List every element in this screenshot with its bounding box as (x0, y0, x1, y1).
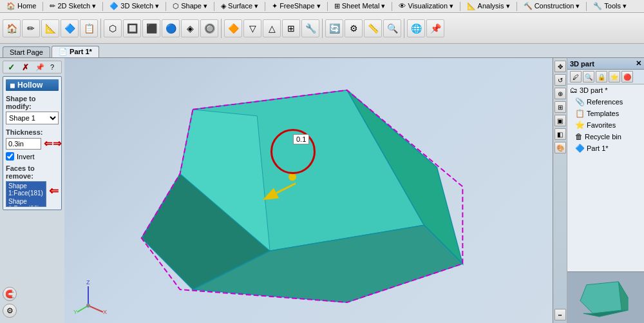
rp-btn-flag[interactable]: 🔴 (621, 71, 633, 83)
menu-sep-4 (214, 2, 214, 11)
tb-btn-3[interactable]: 📐 (41, 19, 59, 37)
tb-btn-19[interactable]: 📏 (364, 19, 382, 37)
cancel-button[interactable]: ✗ (19, 61, 32, 73)
menu-sep-7 (392, 2, 392, 11)
tree-item-favorites[interactable]: ⭐ Favorites (567, 119, 644, 131)
tb-btn-20[interactable]: 🔍 (383, 19, 401, 37)
tb-btn-9[interactable]: 🔵 (162, 19, 180, 37)
tb-btn-6[interactable]: ⬡ (104, 19, 122, 37)
tb-btn-14[interactable]: △ (263, 19, 281, 37)
tree-container: 🗂 3D part * 📎 References 📋 Templates ⭐ F… (567, 84, 644, 154)
tree-icon-favorites: ⭐ (575, 121, 585, 130)
tb-btn-10[interactable]: ◈ (181, 19, 199, 37)
3d-shape (64, 58, 553, 322)
main-toolbar: 🏠 ✏ 📐 🔷 📋 ⬡ 🔲 ⬛ 🔵 ◈ 🔘 🔶 ▽ △ ⊞ 🔧 🔄 ⚙ 📏 🔍 … (0, 13, 644, 44)
hollow-icon: ◼ (10, 82, 15, 89)
rs-btn-view2[interactable]: ◧ (554, 128, 566, 140)
main-content: ✓ ✗ 📌 ? ◼ Hollow Shape to modify: Shape … (0, 58, 644, 323)
tb-btn-13[interactable]: ▽ (243, 19, 261, 37)
right-arrow-icon: ⇒ (53, 137, 61, 150)
rp-btn-star[interactable]: ⭐ (609, 71, 620, 83)
rs-btn-move[interactable]: ✥ (554, 61, 566, 72)
menu-sep-5 (265, 2, 265, 11)
menu-surface[interactable]: ◈ Surface ▾ (217, 1, 262, 11)
thickness-label: Thickness: (6, 128, 59, 136)
right-panel: 3D part ✕ 🖊 🔍 🔒 ⭐ 🔴 🗂 3D part * 📎 Refere… (567, 58, 644, 323)
rs-btn-view1[interactable]: ▣ (554, 115, 566, 126)
shape-select[interactable]: Shape 1 (6, 112, 59, 124)
faces-list[interactable]: Shape 1:Face(181) Shape 1:Face(86) (6, 181, 46, 207)
rs-btn-rotate[interactable]: ↺ (554, 74, 566, 86)
settings-icon-btn[interactable]: ⚙ (3, 304, 17, 318)
rs-btn-zoom[interactable]: ⊕ (554, 88, 566, 99)
tb-btn-4[interactable]: 🔷 (61, 19, 79, 37)
tb-btn-22[interactable]: 📌 (426, 19, 444, 37)
tb-btn-17[interactable]: 🔄 (325, 19, 343, 37)
tb-btn-12[interactable]: 🔶 (224, 19, 242, 37)
tree-item-3dpart[interactable]: 🗂 3D part * (567, 84, 644, 96)
pin-button[interactable]: 📌 (33, 61, 46, 73)
face-item-0[interactable]: Shape 1:Face(181) (6, 182, 46, 197)
tree-label-favorites: Favorites (587, 121, 616, 129)
tb-btn-16[interactable]: 🔧 (301, 19, 319, 37)
svg-line-13 (88, 306, 103, 312)
menu-freeshape[interactable]: ✦ FreeShape ▾ (268, 1, 325, 11)
right-panel-close[interactable]: ✕ (636, 59, 641, 68)
rp-btn-edit[interactable]: 🖊 (570, 71, 582, 83)
right-panel-toolbar: 🖊 🔍 🔒 ⭐ 🔴 (567, 70, 644, 84)
tb-btn-7[interactable]: 🔲 (123, 19, 141, 37)
ok-button[interactable]: ✓ (5, 61, 17, 73)
tb-btn-21[interactable]: 🌐 (407, 19, 425, 37)
menu-sep-3 (166, 2, 166, 11)
invert-checkbox[interactable] (6, 152, 14, 161)
tree-item-recycle[interactable]: 🗑 Recycle bin (567, 131, 644, 142)
menu-construction[interactable]: 🔨 Construction ▾ (520, 1, 584, 11)
help-button[interactable]: ? (48, 61, 56, 73)
tb-btn-1[interactable]: 🏠 (3, 19, 21, 37)
3d-viewport[interactable]: 0.1 Z Y X (64, 58, 553, 323)
tab-part1[interactable]: 📄 Part 1* (52, 46, 99, 57)
rp-btn-lock[interactable]: 🔒 (596, 71, 607, 83)
tree-item-templates[interactable]: 📋 Templates (567, 108, 644, 119)
magnet-icon-btn[interactable]: 🧲 (3, 287, 17, 301)
menu-2dsketch[interactable]: ✏ 2D Sketch ▾ (46, 1, 100, 11)
tb-btn-2[interactable]: ✏ (22, 19, 40, 37)
menu-analysis[interactable]: 📐 Analysis ▾ (463, 1, 513, 11)
tb-btn-11[interactable]: 🔘 (200, 19, 218, 37)
svg-text:X: X (103, 309, 107, 315)
svg-point-7 (289, 173, 296, 181)
rs-btn-view3[interactable]: 🎨 (554, 142, 566, 153)
thickness-arrow: ⇐ ⇒ (44, 137, 61, 150)
svg-text:Y: Y (73, 309, 77, 315)
tree-item-part1[interactable]: 🔷 Part 1* (567, 142, 644, 154)
menu-home[interactable]: 🏠 Home (3, 1, 40, 11)
tab-start-page[interactable]: Start Page (3, 46, 50, 57)
right-side-toolbar: ✥ ↺ ⊕ ⊞ ▣ ◧ 🎨 •• (553, 58, 567, 323)
menu-visualization[interactable]: 👁 Visualization ▾ (395, 1, 457, 11)
mini-3d-preview (567, 272, 644, 323)
menu-tools[interactable]: 🔧 Tools ▾ (589, 1, 630, 11)
tb-sep-1 (100, 19, 101, 38)
thickness-input[interactable] (6, 138, 41, 150)
menu-shape[interactable]: ⬡ Shape ▾ (169, 1, 211, 11)
rs-btn-dots[interactable]: •• (554, 309, 566, 320)
tb-btn-15[interactable]: ⊞ (282, 19, 300, 37)
tb-btn-8[interactable]: ⬛ (142, 19, 160, 37)
invert-label: Invert (17, 153, 35, 161)
rp-btn-search[interactable]: 🔍 (583, 71, 594, 83)
menu-sep-1 (43, 2, 43, 11)
hollow-title-bar: ◼ Hollow (6, 79, 59, 91)
left-arrow-icon: ⇐ (44, 137, 52, 150)
face-item-1[interactable]: Shape 1:Face(86) (6, 197, 46, 207)
tree-item-references[interactable]: 📎 References (567, 96, 644, 108)
faces-label: Faces to remove: (6, 164, 59, 180)
tb-btn-5[interactable]: 📋 (80, 19, 98, 37)
action-bar: ✓ ✗ 📌 ? (3, 61, 62, 73)
menu-3dsketch[interactable]: 🔷 3D Sketch ▾ (106, 1, 163, 11)
menu-sheetmetal[interactable]: ⊞ Sheet Metal ▾ (330, 1, 390, 11)
rs-btn-fit[interactable]: ⊞ (554, 101, 566, 113)
faces-arrow: ⇐ (49, 184, 59, 198)
tb-btn-18[interactable]: ⚙ (345, 19, 363, 37)
hollow-dialog: ◼ Hollow Shape to modify: Shape 1 Thickn… (3, 76, 62, 210)
menu-bar: 🏠 Home ✏ 2D Sketch ▾ 🔷 3D Sketch ▾ ⬡ Sha… (0, 0, 644, 13)
